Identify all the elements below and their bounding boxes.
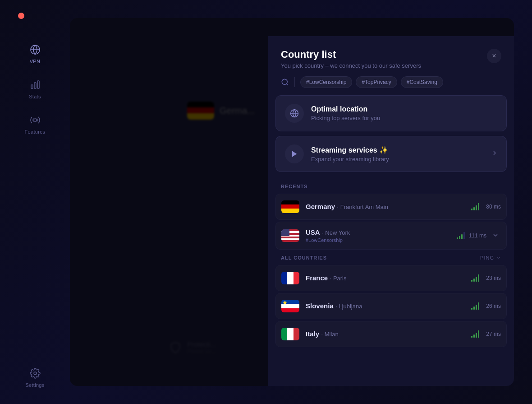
modal-title-group: Country list You pick country – we conne… (281, 49, 421, 69)
svg-marker-8 (292, 151, 297, 157)
modal-overlay: Country list You pick country – we conne… (70, 18, 514, 386)
search-icon (281, 78, 289, 86)
close-icon: × (492, 52, 496, 60)
usa-name: USA (306, 228, 320, 236)
italy-ping-group: 27 ms (471, 330, 501, 338)
optimal-title: Optimal location (311, 105, 380, 113)
sidebar-item-settings[interactable]: Settings (0, 360, 70, 395)
streaming-title: Streaming services ✨ (311, 146, 389, 154)
germany-city: · Frankfurt Am Main (337, 204, 388, 210)
france-ping-value: 23 ms (483, 275, 501, 281)
slovenia-city: · Ljubljana (335, 303, 362, 310)
svg-point-5 (34, 372, 37, 375)
ping-bar-1 (471, 209, 472, 210)
table-row[interactable]: Germany · Frankfurt Am Main 80 ms (275, 194, 507, 220)
settings-icon (29, 367, 41, 380)
ping-bar-2 (459, 236, 460, 239)
globe-icon (29, 43, 41, 56)
svg-point-6 (282, 79, 287, 84)
close-window-button[interactable] (18, 13, 24, 19)
sidebar-features-label: Features (25, 129, 46, 135)
sidebar: VPN Stats Features (0, 0, 70, 404)
france-name: France (306, 274, 328, 282)
germany-ping-group: 80 ms (471, 203, 501, 210)
slovenia-ping-value: 26 ms (483, 303, 501, 309)
svg-point-4 (34, 119, 37, 121)
modal-close-button[interactable]: × (487, 49, 501, 63)
search-divider (294, 77, 295, 87)
slovenia-ping-group: 26 ms (471, 302, 501, 310)
italy-ping-bars (471, 330, 479, 338)
slovenia-name: Slovenia (306, 302, 334, 310)
streaming-services-card[interactable]: Streaming services ✨ Expand your streami… (275, 136, 507, 172)
ping-bar-1 (457, 237, 458, 239)
ping-bar-3 (476, 205, 477, 210)
tag-cost-saving[interactable]: #CostSaving (401, 76, 443, 88)
svg-rect-3 (37, 81, 39, 88)
italy-ping-value: 27 ms (483, 331, 501, 337)
usa-tag: #LowCensorship (306, 237, 450, 243)
usa-info: USA · New York #LowCensorship (306, 228, 450, 243)
france-ping-bars (471, 274, 479, 282)
optimal-location-card[interactable]: Optimal location Picking top servers for… (275, 95, 507, 131)
flag-italy (281, 328, 299, 340)
table-row[interactable]: Italy · Milan 27 ms (275, 321, 507, 347)
sidebar-vpn-label: VPN (30, 59, 41, 64)
stats-icon (29, 79, 41, 91)
flag-slovenia (281, 300, 299, 312)
france-city: · Paris (330, 275, 347, 282)
modal-title: Country list (281, 49, 421, 60)
modal-header: Country list You pick country – we conne… (268, 36, 514, 76)
sidebar-stats-label: Stats (29, 94, 41, 99)
ping-sort-button[interactable]: Ping (480, 255, 501, 260)
usa-expand-button[interactable] (490, 230, 501, 242)
sidebar-item-vpn[interactable]: VPN (0, 36, 70, 71)
recents-section-header: Recents (275, 180, 507, 194)
germany-ping-bars (471, 203, 479, 210)
ping-bar-3 (461, 234, 463, 239)
streaming-subtitle: Expand your streaming library (311, 156, 389, 163)
flag-france (281, 272, 299, 284)
sidebar-item-stats[interactable]: Stats (0, 71, 70, 107)
sidebar-settings-label: Settings (25, 382, 44, 388)
features-icon (29, 114, 41, 126)
flag-germany (281, 200, 299, 213)
all-countries-header: All Countries Ping (275, 251, 507, 265)
window-controls (18, 13, 24, 19)
italy-name: Italy (306, 330, 319, 338)
table-row[interactable]: France · Paris 23 ms (275, 265, 507, 291)
usa-ping-bars (457, 232, 465, 239)
svg-rect-2 (34, 83, 36, 88)
streaming-text: Streaming services ✨ Expand your streami… (311, 146, 389, 163)
italy-info: Italy · Milan (306, 330, 465, 338)
usa-ping-value: 111 ms (468, 232, 486, 239)
usa-ping-group: 111 ms (457, 230, 501, 242)
ping-bar-4 (463, 232, 465, 239)
country-list-modal: Country list You pick country – we conne… (268, 36, 514, 386)
italy-city: · Milan (321, 331, 338, 338)
ping-bar-2 (473, 207, 475, 210)
sidebar-item-features[interactable]: Features (0, 107, 70, 142)
streaming-chevron-icon (491, 149, 498, 158)
germany-info: Germany · Frankfurt Am Main (306, 203, 465, 211)
slovenia-ping-bars (471, 302, 479, 310)
main-panel: Germa... Protecti... Please tur... Count… (70, 18, 514, 386)
ping-sort-label: Ping (480, 255, 494, 260)
usa-name-row: USA · New York (306, 228, 450, 237)
svg-rect-1 (31, 85, 33, 88)
tag-filters: #LowCensorship #TopPrivacy #CostSaving (300, 76, 443, 88)
search-row: #LowCensorship #TopPrivacy #CostSaving (268, 76, 514, 95)
germany-ping-value: 80 ms (483, 204, 501, 210)
tag-top-privacy[interactable]: #TopPrivacy (356, 76, 397, 88)
usa-city: · New York (322, 229, 350, 236)
all-countries-label: All Countries (281, 255, 327, 260)
table-row[interactable]: Slovenia · Ljubljana 26 ms (275, 293, 507, 319)
streaming-icon (285, 144, 304, 163)
modal-subtitle: You pick country – we connect you to our… (281, 62, 421, 69)
optimal-subtitle: Picking top servers for you (311, 115, 380, 121)
tag-low-censorship[interactable]: #LowCensorship (300, 76, 352, 88)
modal-content: Optimal location Picking top servers for… (268, 95, 514, 386)
table-row[interactable]: USA · New York #LowCensorship 111 ms (275, 222, 507, 250)
optimal-text: Optimal location Picking top servers for… (311, 105, 380, 121)
ping-bar-4 (478, 203, 479, 210)
